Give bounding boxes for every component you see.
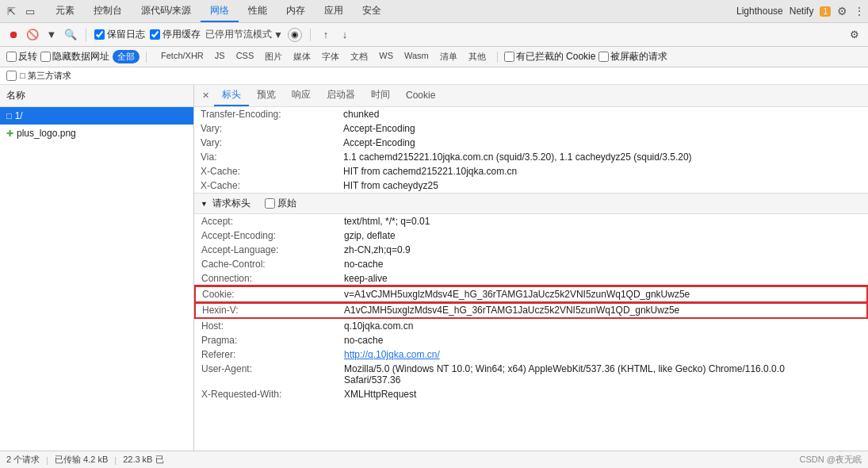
table-row: Cache-Control: no-cache — [195, 257, 867, 271]
file-list: □ 1/ ✚ plus_logo.png — [0, 107, 193, 142]
export-icon[interactable]: ↓ — [338, 28, 352, 42]
filter-icon[interactable]: ▼ — [44, 28, 59, 42]
file-item-2[interactable]: ✚ plus_logo.png — [0, 125, 193, 142]
mobile-icon[interactable]: ▭ — [22, 3, 38, 19]
filter-js[interactable]: JS — [210, 50, 230, 63]
filter-ws[interactable]: WS — [374, 50, 398, 63]
filter-type-all[interactable]: 全部 — [113, 50, 140, 63]
tab-security[interactable]: 安全 — [353, 1, 391, 22]
file-name-2: plus_logo.png — [17, 128, 76, 139]
header-value: q.10jqka.com.cn — [338, 318, 867, 333]
requests-count: 2 个请求 — [6, 454, 40, 466]
import-icon[interactable]: ↑ — [319, 28, 333, 42]
file-item-1[interactable]: □ 1/ — [0, 107, 193, 125]
tab-memory[interactable]: 内存 — [277, 1, 315, 22]
request-headers-section[interactable]: ▼ 请求标头 原始 — [194, 193, 868, 214]
table-row: Via: 1.1 cachemd215221.10jqka.com.cn (sq… — [194, 150, 868, 164]
header-key: Host: — [195, 318, 338, 333]
separator-2 — [310, 29, 311, 41]
header-key: User-Agent: — [195, 362, 338, 387]
table-row: Vary: Accept-Encoding — [194, 136, 868, 150]
header-key: Vary: — [194, 136, 337, 150]
file-icon-2: ✚ — [6, 129, 13, 139]
tab-preview[interactable]: 预览 — [249, 85, 284, 106]
more-options-icon[interactable]: ⋮ — [854, 5, 865, 17]
lighthouse-button[interactable]: Lighthouse — [736, 6, 783, 17]
raw-checkbox[interactable]: 原始 — [265, 197, 296, 210]
hexin-row: Hexin-V: A1vCJMH5uxglzMdsv4E_hG_36rTAMG1… — [195, 302, 867, 318]
disable-cache-checkbox[interactable]: 停用缓存 — [150, 28, 201, 41]
watermark: CSDN @夜无眠 — [800, 454, 862, 466]
filter-separator-2 — [497, 52, 498, 63]
netify-button[interactable]: Netify — [790, 6, 814, 17]
header-key: X-Cache: — [194, 178, 337, 193]
filter-types: Fetch/XHR JS CSS 图片 媒体 字体 文档 WS Wasm 清单 … — [156, 50, 491, 63]
invert-filter-checkbox[interactable]: 反转 — [6, 50, 37, 63]
tab-headers[interactable]: 标头 — [214, 85, 249, 106]
table-row: Connection: keep-alive — [195, 271, 867, 286]
tab-response[interactable]: 响应 — [284, 85, 319, 106]
headers-content[interactable]: Transfer-Encoding: chunked Vary: Accept-… — [194, 107, 868, 468]
third-party-checkbox[interactable]: □ 第三方请求 — [6, 70, 71, 82]
filter-img[interactable]: 图片 — [260, 50, 287, 63]
header-value: Accept-Encoding — [337, 136, 868, 150]
filter-manifest[interactable]: 清单 — [435, 50, 462, 63]
filter-fetch-xhr[interactable]: Fetch/XHR — [156, 50, 208, 63]
header-value: v=A1vCJMH5uxglzMdsv4E_hG_36rTAMG1JaUcz5k… — [338, 286, 867, 302]
clear-button[interactable]: 🚫 — [25, 28, 40, 42]
request-headers-table: Accept: text/html, */*; q=0.01 Accept-En… — [194, 214, 868, 401]
table-row: Accept-Language: zh-CN,zh;q=0.9 — [195, 243, 867, 257]
blocked-cookie-checkbox[interactable]: 有已拦截的 Cookie — [504, 50, 596, 63]
settings-icon[interactable]: ⚙ — [837, 5, 847, 17]
filter-media[interactable]: 媒体 — [289, 50, 315, 63]
header-key: Vary: — [194, 121, 337, 136]
filter-bar: 反转 隐藏数据网址 全部 Fetch/XHR JS CSS 图片 媒体 字体 文… — [0, 47, 868, 67]
tab-network[interactable]: 网络 — [201, 1, 239, 22]
network-settings-icon[interactable]: ⚙ — [847, 28, 862, 42]
cursor-icon[interactable]: ⇱ — [3, 3, 19, 19]
header-key: Accept: — [195, 214, 338, 228]
header-key: X-Requested-With: — [195, 387, 338, 401]
table-row: X-Cache: HIT from cachemd215221.10jqka.c… — [194, 164, 868, 178]
search-icon[interactable]: 🔍 — [63, 28, 78, 42]
header-value: 1.1 cachemd215221.10jqka.com.cn (squid/3… — [337, 150, 868, 164]
header-value: gzip, deflate — [338, 228, 867, 243]
tab-sources[interactable]: 源代码/来源 — [132, 1, 201, 22]
preserve-log-checkbox[interactable]: 保留日志 — [94, 28, 145, 41]
table-row: Pragma: no-cache — [195, 333, 867, 347]
filter-other[interactable]: 其他 — [464, 50, 491, 63]
hide-data-urls-checkbox[interactable]: 隐藏数据网址 — [40, 50, 109, 63]
filter-wasm[interactable]: Wasm — [400, 50, 434, 63]
tab-elements[interactable]: 元素 — [46, 1, 84, 22]
filter-font[interactable]: 字体 — [317, 50, 344, 63]
file-list-header: 名称 — [0, 85, 193, 107]
menu-tabs: 元素 控制台 源代码/来源 网络 性能 内存 应用 安全 — [46, 1, 391, 22]
header-key: Cache-Control: — [195, 257, 338, 271]
filter-css[interactable]: CSS — [231, 50, 259, 63]
tab-performance[interactable]: 性能 — [239, 1, 277, 22]
wifi-icon[interactable]: ◉ — [288, 28, 302, 42]
header-value: no-cache — [338, 257, 867, 271]
tab-cookie[interactable]: Cookie — [398, 86, 443, 105]
header-value: chunked — [337, 107, 868, 121]
main-content: 名称 □ 1/ ✚ plus_logo.png ✕ 标头 预览 响应 启动器 时… — [0, 85, 868, 468]
throttle-select[interactable]: 已停用节流模式 ▼ — [205, 28, 283, 41]
tab-application[interactable]: 应用 — [315, 1, 353, 22]
tab-timing[interactable]: 时间 — [363, 85, 398, 106]
header-value: HIT from cacheydyz25 — [337, 178, 868, 193]
table-row: Vary: Accept-Encoding — [194, 121, 868, 136]
header-value: HIT from cachemd215221.10jqka.com.cn — [337, 164, 868, 178]
blocked-requests-checkbox[interactable]: 被屏蔽的请求 — [598, 50, 667, 63]
close-detail-button[interactable]: ✕ — [197, 87, 214, 104]
header-key: Accept-Encoding: — [195, 228, 338, 243]
referer-link[interactable]: http://q.10jqka.com.cn/ — [344, 349, 440, 360]
record-stop-button[interactable]: ⏺ — [6, 28, 21, 42]
right-panel: ✕ 标头 预览 响应 启动器 时间 Cookie Transfer-Encodi… — [194, 85, 868, 468]
tab-initiator[interactable]: 启动器 — [319, 85, 363, 106]
header-value: XMLHttpRequest — [338, 387, 867, 401]
header-key: Pragma: — [195, 333, 338, 347]
header-key: Referer: — [195, 347, 338, 362]
header-value: http://q.10jqka.com.cn/ — [338, 347, 867, 362]
filter-doc[interactable]: 文档 — [346, 50, 373, 63]
tab-console[interactable]: 控制台 — [84, 1, 132, 22]
